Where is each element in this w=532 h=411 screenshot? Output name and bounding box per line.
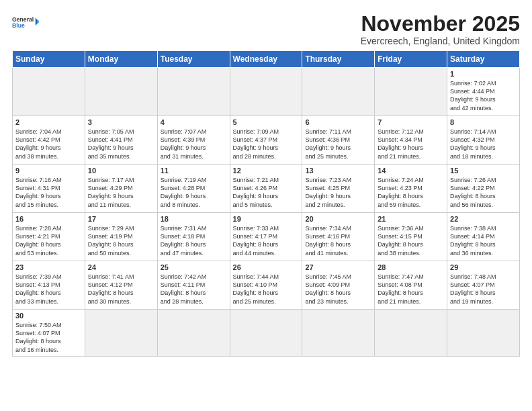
day-info: Sunrise: 7:41 AM Sunset: 4:12 PM Dayligh… <box>88 273 154 306</box>
weekday-header-tuesday: Tuesday <box>157 51 230 68</box>
calendar-cell: 13Sunrise: 7:23 AM Sunset: 4:25 PM Dayli… <box>302 165 375 213</box>
day-info: Sunrise: 7:19 AM Sunset: 4:28 PM Dayligh… <box>161 176 227 209</box>
day-number: 28 <box>378 263 444 271</box>
weekday-header-sunday: Sunday <box>13 51 85 68</box>
calendar-cell: 30Sunrise: 7:50 AM Sunset: 4:07 PM Dayli… <box>13 310 85 357</box>
calendar-cell: 12Sunrise: 7:21 AM Sunset: 4:26 PM Dayli… <box>230 165 302 213</box>
calendar-cell: 24Sunrise: 7:41 AM Sunset: 4:12 PM Dayli… <box>85 261 157 310</box>
calendar-row-2: 2Sunrise: 7:04 AM Sunset: 4:42 PM Daylig… <box>13 116 520 165</box>
day-info: Sunrise: 7:44 AM Sunset: 4:10 PM Dayligh… <box>233 273 300 306</box>
day-number: 18 <box>161 215 227 223</box>
day-info: Sunrise: 7:12 AM Sunset: 4:34 PM Dayligh… <box>378 128 444 161</box>
calendar-cell <box>230 310 302 357</box>
day-number: 10 <box>88 167 154 175</box>
day-info: Sunrise: 7:23 AM Sunset: 4:25 PM Dayligh… <box>305 176 371 209</box>
calendar-cell: 4Sunrise: 7:07 AM Sunset: 4:39 PM Daylig… <box>157 116 230 165</box>
weekday-header-wednesday: Wednesday <box>230 51 302 68</box>
header: General Blue November 2025 Evercreech, E… <box>12 12 520 46</box>
calendar-cell: 20Sunrise: 7:34 AM Sunset: 4:16 PM Dayli… <box>302 213 375 261</box>
logo-area: General Blue <box>12 12 39 30</box>
weekday-header-thursday: Thursday <box>302 51 375 68</box>
day-number: 15 <box>450 167 517 175</box>
day-number: 3 <box>88 118 154 126</box>
calendar-cell <box>375 68 447 116</box>
calendar-cell: 26Sunrise: 7:44 AM Sunset: 4:10 PM Dayli… <box>230 261 302 310</box>
calendar-cell: 2Sunrise: 7:04 AM Sunset: 4:42 PM Daylig… <box>13 116 85 165</box>
weekday-header-saturday: Saturday <box>447 51 520 68</box>
day-info: Sunrise: 7:02 AM Sunset: 4:44 PM Dayligh… <box>450 79 517 112</box>
calendar-cell <box>157 68 230 116</box>
day-number: 14 <box>378 167 444 175</box>
day-info: Sunrise: 7:14 AM Sunset: 4:32 PM Dayligh… <box>450 128 517 161</box>
day-number: 16 <box>15 215 82 223</box>
day-number: 13 <box>305 167 371 175</box>
day-number: 5 <box>233 118 300 126</box>
calendar-cell <box>13 68 85 116</box>
calendar-cell: 6Sunrise: 7:11 AM Sunset: 4:36 PM Daylig… <box>302 116 375 165</box>
calendar-cell: 17Sunrise: 7:29 AM Sunset: 4:19 PM Dayli… <box>85 213 157 261</box>
calendar-cell: 25Sunrise: 7:42 AM Sunset: 4:11 PM Dayli… <box>157 261 230 310</box>
calendar-row-4: 16Sunrise: 7:28 AM Sunset: 4:21 PM Dayli… <box>13 213 520 261</box>
day-number: 17 <box>88 215 154 223</box>
title-area: November 2025 Evercreech, England, Unite… <box>361 12 520 46</box>
day-number: 23 <box>15 263 82 271</box>
day-info: Sunrise: 7:42 AM Sunset: 4:11 PM Dayligh… <box>161 273 227 306</box>
calendar-row-1: 1Sunrise: 7:02 AM Sunset: 4:44 PM Daylig… <box>13 68 520 116</box>
day-number: 11 <box>161 167 227 175</box>
calendar-row-3: 9Sunrise: 7:16 AM Sunset: 4:31 PM Daylig… <box>13 165 520 213</box>
calendar-row-5: 23Sunrise: 7:39 AM Sunset: 4:13 PM Dayli… <box>13 261 520 310</box>
day-number: 4 <box>161 118 227 126</box>
day-number: 7 <box>378 118 444 126</box>
day-info: Sunrise: 7:33 AM Sunset: 4:17 PM Dayligh… <box>233 224 300 257</box>
svg-marker-3 <box>37 19 39 24</box>
day-number: 25 <box>161 263 227 271</box>
day-number: 19 <box>233 215 300 223</box>
calendar-cell: 19Sunrise: 7:33 AM Sunset: 4:17 PM Dayli… <box>230 213 302 261</box>
calendar-table: SundayMondayTuesdayWednesdayThursdayFrid… <box>12 50 520 357</box>
day-info: Sunrise: 7:28 AM Sunset: 4:21 PM Dayligh… <box>15 224 82 257</box>
logo-icon: General Blue <box>12 15 39 30</box>
calendar-cell: 29Sunrise: 7:48 AM Sunset: 4:07 PM Dayli… <box>447 261 520 310</box>
day-number: 29 <box>450 263 517 271</box>
day-number: 24 <box>88 263 154 271</box>
day-info: Sunrise: 7:31 AM Sunset: 4:18 PM Dayligh… <box>161 224 227 257</box>
calendar-cell: 7Sunrise: 7:12 AM Sunset: 4:34 PM Daylig… <box>375 116 447 165</box>
day-info: Sunrise: 7:47 AM Sunset: 4:08 PM Dayligh… <box>378 273 444 306</box>
calendar-cell: 28Sunrise: 7:47 AM Sunset: 4:08 PM Dayli… <box>375 261 447 310</box>
day-number: 2 <box>15 118 82 126</box>
day-number: 12 <box>233 167 300 175</box>
day-info: Sunrise: 7:34 AM Sunset: 4:16 PM Dayligh… <box>305 224 371 257</box>
day-info: Sunrise: 7:39 AM Sunset: 4:13 PM Dayligh… <box>15 273 82 306</box>
calendar-cell: 15Sunrise: 7:26 AM Sunset: 4:22 PM Dayli… <box>447 165 520 213</box>
weekday-header-friday: Friday <box>375 51 447 68</box>
calendar-cell <box>447 310 520 357</box>
month-title: November 2025 <box>361 12 520 36</box>
day-info: Sunrise: 7:36 AM Sunset: 4:15 PM Dayligh… <box>378 224 444 257</box>
calendar-cell <box>302 310 375 357</box>
calendar-cell <box>230 68 302 116</box>
day-info: Sunrise: 7:26 AM Sunset: 4:22 PM Dayligh… <box>450 176 517 209</box>
day-number: 26 <box>233 263 300 271</box>
day-info: Sunrise: 7:48 AM Sunset: 4:07 PM Dayligh… <box>450 273 517 306</box>
weekday-header-monday: Monday <box>85 51 157 68</box>
day-info: Sunrise: 7:38 AM Sunset: 4:14 PM Dayligh… <box>450 224 517 257</box>
day-number: 21 <box>378 215 444 223</box>
calendar-cell: 22Sunrise: 7:38 AM Sunset: 4:14 PM Dayli… <box>447 213 520 261</box>
calendar-cell <box>302 68 375 116</box>
calendar-cell: 18Sunrise: 7:31 AM Sunset: 4:18 PM Dayli… <box>157 213 230 261</box>
calendar-cell: 23Sunrise: 7:39 AM Sunset: 4:13 PM Dayli… <box>13 261 85 310</box>
day-info: Sunrise: 7:07 AM Sunset: 4:39 PM Dayligh… <box>161 128 227 161</box>
day-number: 6 <box>305 118 371 126</box>
calendar-cell: 14Sunrise: 7:24 AM Sunset: 4:23 PM Dayli… <box>375 165 447 213</box>
day-info: Sunrise: 7:45 AM Sunset: 4:09 PM Dayligh… <box>305 273 371 306</box>
day-info: Sunrise: 7:21 AM Sunset: 4:26 PM Dayligh… <box>233 176 300 209</box>
day-number: 30 <box>15 312 82 320</box>
calendar-cell <box>85 68 157 116</box>
day-info: Sunrise: 7:04 AM Sunset: 4:42 PM Dayligh… <box>15 128 82 161</box>
day-number: 9 <box>15 167 82 175</box>
day-number: 1 <box>450 70 517 78</box>
subtitle: Evercreech, England, United Kingdom <box>361 36 520 46</box>
day-info: Sunrise: 7:05 AM Sunset: 4:41 PM Dayligh… <box>88 128 154 161</box>
calendar-cell: 21Sunrise: 7:36 AM Sunset: 4:15 PM Dayli… <box>375 213 447 261</box>
day-info: Sunrise: 7:16 AM Sunset: 4:31 PM Dayligh… <box>15 176 82 209</box>
